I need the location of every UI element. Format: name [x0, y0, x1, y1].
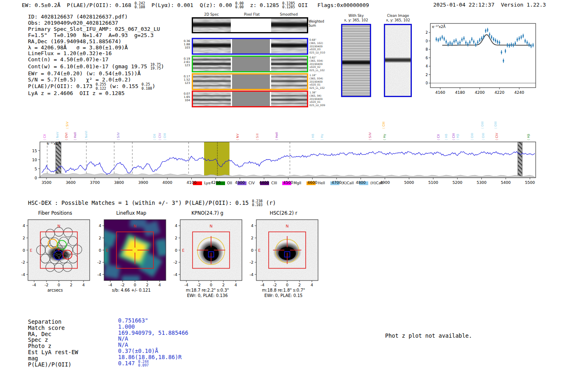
tick-label: 4180: [455, 90, 465, 95]
clean-image-cutout: [384, 24, 412, 97]
info-line: Primary Spec_Slot_IFU_AMP: 025_067_032_L…: [28, 26, 164, 32]
match-row-value: N/A: [118, 335, 128, 342]
line-fit-inset-svg: 41604180420042204240024681012e⁻¹⁷x2Å: [426, 21, 543, 98]
tick-label: -4: [21, 272, 25, 277]
tick-label: -2: [197, 283, 200, 287]
emission-line-label: ( OIII: [494, 121, 497, 129]
spec2d-row-weights: 0.071.65104: [180, 92, 190, 102]
emission-line-label: ( Hβ: [527, 134, 530, 140]
info-line: λ = 4206.98Å σ = 3.80(±1.09)Å: [28, 45, 164, 51]
tick-label: E: [106, 248, 108, 253]
spec2d-row: [192, 73, 308, 90]
tick-label: 4: [426, 64, 428, 68]
emission-line-label: ( HeII: [73, 132, 77, 140]
tick-label: 5100: [428, 180, 438, 185]
match-row-value: 0.751663": [118, 317, 148, 324]
report-timestamp: 2025-01-04 22:12:37: [433, 2, 495, 8]
spec2d-col-title-pixelflat: Pixel Flat: [233, 12, 271, 16]
emission-line-label: ( CIV: [495, 132, 499, 140]
emission-line-label: ( SiIV: [368, 132, 372, 140]
cutout-svg-fiber_positions: NE-4-4-2-2002244: [15, 216, 95, 288]
tick-label: 2: [251, 236, 253, 240]
match-row-label: RA, Dec: [28, 331, 51, 337]
tick-label: 4: [82, 283, 85, 287]
match-row-label: mag: [28, 355, 38, 362]
info-line: Cont(w) = 6.10(±0.01)e-17 (gmag 19.75 19…: [28, 63, 164, 70]
tick-label: 5500: [525, 180, 535, 185]
tick-label: 0: [175, 248, 177, 253]
tick-label: 3600: [66, 180, 76, 185]
tick-label: 5: [35, 167, 37, 171]
info-line: RA,Dec (169.940948,51.885674): [28, 39, 164, 45]
tick-label: 4200: [211, 180, 221, 185]
spec2d-row-annotation: 1.38"(365, 94)20190409v020_01025_LU_009: [309, 91, 334, 107]
info-line: P(LAE)/P(OII): 0.173 0.2550.122 (w: 0.15…: [28, 83, 164, 90]
info-line: Obs: 20190409v020_4028126637: [28, 20, 164, 26]
tick-label: 5400: [501, 180, 511, 185]
emission-line-label: ( CII: [437, 134, 440, 140]
tick-label: 2: [298, 283, 301, 287]
info-line: LineFlux = 1.20(±0.32)e-16: [28, 51, 164, 57]
tick-label: 4600: [307, 180, 317, 185]
info-line: ID: 4028126637 (4028126637.pdf): [28, 14, 164, 20]
spec2d-row-annotation: 0.82"(365, 934)20190409v020_02025_LL_102: [309, 56, 334, 72]
tick-label: -4: [174, 272, 177, 277]
match-row-value: 169.940979, 51.885466: [118, 329, 188, 336]
tick-label: 4: [99, 223, 101, 228]
tick-label: N: [133, 224, 136, 228]
cutout-caption-2: EWr: 0, PLAE: 0.15: [236, 293, 331, 298]
emission-line-label: ( Hγ: [320, 134, 324, 140]
cutout-xlabel: arcsecs: [15, 288, 95, 293]
spec2d-row: [192, 38, 308, 55]
tick-label: 2: [70, 283, 72, 287]
tick-label: 4200: [475, 90, 485, 95]
tick-label: 4: [235, 283, 237, 287]
match-row-label: Est LyA rest-EW: [28, 349, 78, 355]
emission-line-label: ( NV: [236, 133, 239, 140]
emission-line-label: ( NeVI: [84, 131, 88, 140]
superscript-subscript-value: 0.2550.122: [95, 83, 106, 90]
tick-label: 6: [426, 56, 428, 60]
match-row-value: 1.000: [118, 323, 135, 330]
cutout-svg-lineflux_map: NE-4-4-2-2002244: [91, 216, 172, 288]
emission-line-label: ( OVI: [65, 133, 68, 140]
spec2d-row-weights: 0.171.52123: [180, 75, 190, 85]
tick-label: 10: [32, 158, 37, 162]
emission-line-label: ( CIII: [452, 133, 455, 140]
tick-label: 4160: [435, 90, 445, 95]
tick-label: 3800: [114, 180, 124, 185]
weighted-sum-label: Weighted Sum: [309, 20, 327, 28]
tick-label: -2: [21, 260, 25, 264]
tick-label: 5300: [476, 180, 486, 185]
report-version: Version 1.22.3: [501, 2, 546, 8]
tick-label: -2: [273, 283, 276, 287]
superscript-subscript-value: 0.2440.097: [138, 360, 149, 367]
match-row-label: Separation: [28, 318, 61, 325]
spec2d-row-annotation: 0.68"(365, 102)20190409v020_03025_LU_010: [309, 38, 334, 54]
cutout-title: HSC(26.2) r: [243, 210, 324, 216]
tick-label: 3700: [90, 180, 100, 185]
tick-label: 0: [58, 283, 60, 287]
superscript-subscript-value: 0.000.00: [235, 2, 244, 9]
tick-label: e⁻¹⁷x2Å: [432, 24, 446, 29]
header-timestamp-version: 2025-01-04 22:12:37 Version 1.22.3: [433, 2, 546, 8]
info-line: F=1.5" T=0.190 N=1.47 A=0.93 g=25.3: [28, 32, 164, 39]
tick-label: 0: [251, 248, 253, 253]
full-spectrum-svg: 3500360037003800390040004100420043004400…: [24, 110, 555, 193]
tick-label: 4: [251, 223, 253, 228]
emission-line-label: ( OIII: [481, 121, 484, 129]
spec2d-row: [192, 56, 308, 72]
tick-label: 4: [23, 223, 25, 228]
clean-image-title: Clean Image x, y: 365, 102: [377, 14, 419, 23]
tick-label: 2: [23, 236, 25, 240]
tick-label: E: [30, 248, 32, 253]
tick-label: -2: [121, 283, 124, 287]
cutout-title: Fiber Positions: [15, 210, 95, 216]
tick-label: 0: [35, 176, 37, 180]
cutout-title: KPNO(24.7) g: [167, 210, 248, 216]
with-sky-title: With Sky x, y: 365, 102: [335, 14, 377, 23]
tick-label: -4: [98, 272, 101, 277]
superscript-subscript-value: 0.12850.1285: [282, 2, 295, 9]
tick-label: 4500: [283, 180, 293, 185]
match-row-label: P(LAE)/P(OII): [28, 361, 72, 368]
